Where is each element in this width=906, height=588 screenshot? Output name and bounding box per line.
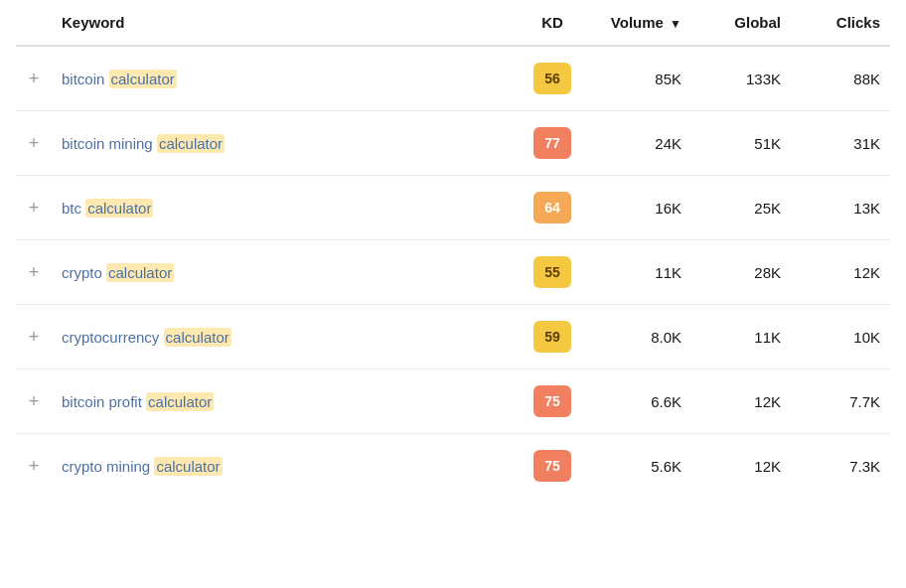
keyword-table-container: Keyword KD Volume ▼ Global Clicks +bitco… <box>0 0 906 498</box>
table-row: +bitcoin mining calculator7724K51K31K <box>16 111 890 176</box>
clicks-column-header[interactable]: Clicks <box>791 0 890 46</box>
table-row: +crypto mining calculator755.6K12K7.3K <box>16 434 890 499</box>
kd-badge: 56 <box>533 63 571 94</box>
global-cell: 51K <box>691 111 791 176</box>
add-keyword-button[interactable]: + <box>16 369 52 434</box>
kd-cell: 75 <box>513 369 592 434</box>
table-row: +cryptocurrency calculator598.0K11K10K <box>16 305 890 369</box>
keyword-cell[interactable]: crypto mining calculator <box>52 434 513 499</box>
keyword-highlight: calculator <box>154 457 222 476</box>
keyword-link[interactable]: cryptocurrency calculator <box>62 328 231 347</box>
global-cell: 133K <box>691 46 791 111</box>
volume-cell: 16K <box>592 176 691 240</box>
table-row: +btc calculator6416K25K13K <box>16 176 890 240</box>
volume-cell: 5.6K <box>592 434 691 499</box>
keyword-highlight: calculator <box>109 70 177 88</box>
kd-badge: 75 <box>533 450 571 482</box>
global-cell: 28K <box>691 240 791 305</box>
global-cell: 25K <box>691 176 791 240</box>
add-keyword-button[interactable]: + <box>16 305 52 369</box>
clicks-cell: 10K <box>791 305 890 369</box>
keyword-link[interactable]: crypto calculator <box>62 263 174 282</box>
keyword-cell[interactable]: cryptocurrency calculator <box>52 305 513 369</box>
kd-cell: 77 <box>513 111 592 176</box>
kd-badge: 75 <box>533 385 571 417</box>
sort-arrow-icon: ▼ <box>670 17 681 31</box>
global-cell: 12K <box>691 369 791 434</box>
keyword-cell[interactable]: bitcoin calculator <box>52 46 513 111</box>
clicks-cell: 12K <box>791 240 890 305</box>
keyword-link[interactable]: btc calculator <box>62 199 153 218</box>
volume-column-header[interactable]: Volume ▼ <box>592 0 691 46</box>
volume-cell: 6.6K <box>592 369 691 434</box>
table-row: +bitcoin calculator5685K133K88K <box>16 46 890 111</box>
add-keyword-button[interactable]: + <box>16 176 52 240</box>
add-keyword-button[interactable]: + <box>16 111 52 176</box>
table-body: +bitcoin calculator5685K133K88K+bitcoin … <box>16 46 890 498</box>
global-column-header[interactable]: Global <box>691 0 791 46</box>
kd-cell: 75 <box>513 434 592 499</box>
add-keyword-button[interactable]: + <box>16 46 52 111</box>
keyword-link[interactable]: crypto mining calculator <box>62 457 223 476</box>
volume-cell: 85K <box>592 46 691 111</box>
kd-badge: 55 <box>533 256 571 288</box>
add-col-header <box>16 0 52 46</box>
volume-cell: 24K <box>592 111 691 176</box>
clicks-cell: 88K <box>791 46 890 111</box>
kd-badge: 64 <box>533 192 571 223</box>
global-cell: 12K <box>691 434 791 499</box>
keyword-table: Keyword KD Volume ▼ Global Clicks +bitco… <box>16 0 890 498</box>
keyword-column-header: Keyword <box>52 0 513 46</box>
table-row: +crypto calculator5511K28K12K <box>16 240 890 305</box>
kd-badge: 77 <box>533 127 571 159</box>
keyword-highlight: calculator <box>157 134 225 153</box>
keyword-cell[interactable]: btc calculator <box>52 176 513 240</box>
keyword-link[interactable]: bitcoin profit calculator <box>62 392 214 411</box>
keyword-highlight: calculator <box>146 392 214 411</box>
keyword-cell[interactable]: crypto calculator <box>52 240 513 305</box>
table-row: +bitcoin profit calculator756.6K12K7.7K <box>16 369 890 434</box>
clicks-cell: 13K <box>791 176 890 240</box>
add-keyword-button[interactable]: + <box>16 240 52 305</box>
keyword-link[interactable]: bitcoin calculator <box>62 70 177 88</box>
kd-badge: 59 <box>533 321 571 353</box>
clicks-cell: 7.3K <box>791 434 890 499</box>
keyword-link[interactable]: bitcoin mining calculator <box>62 134 225 153</box>
kd-cell: 59 <box>513 305 592 369</box>
clicks-cell: 7.7K <box>791 369 890 434</box>
keyword-highlight: calculator <box>164 328 231 347</box>
kd-column-header[interactable]: KD <box>513 0 592 46</box>
kd-cell: 64 <box>513 176 592 240</box>
kd-cell: 55 <box>513 240 592 305</box>
kd-cell: 56 <box>513 46 592 111</box>
keyword-highlight: calculator <box>85 199 153 218</box>
keyword-highlight: calculator <box>106 263 174 282</box>
clicks-cell: 31K <box>791 111 890 176</box>
table-header-row: Keyword KD Volume ▼ Global Clicks <box>16 0 890 46</box>
keyword-cell[interactable]: bitcoin profit calculator <box>52 369 513 434</box>
keyword-cell[interactable]: bitcoin mining calculator <box>52 111 513 176</box>
volume-cell: 11K <box>592 240 691 305</box>
add-keyword-button[interactable]: + <box>16 434 52 499</box>
volume-cell: 8.0K <box>592 305 691 369</box>
global-cell: 11K <box>691 305 791 369</box>
